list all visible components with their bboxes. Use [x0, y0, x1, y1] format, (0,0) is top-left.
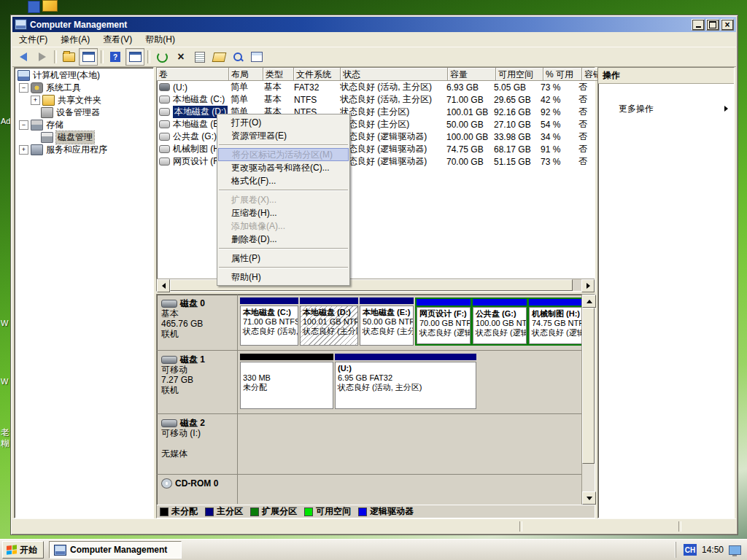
- col-volume[interactable]: 卷: [157, 68, 229, 81]
- taskbar-task-computer-management[interactable]: Computer Management: [49, 541, 182, 559]
- scroll-up-button[interactable]: [582, 295, 596, 308]
- col-filesystem[interactable]: 文件系统: [294, 68, 341, 81]
- vertical-scrollbar[interactable]: [581, 295, 595, 505]
- menu-view[interactable]: 查看(V): [96, 32, 139, 47]
- menu-item-help[interactable]: 帮助(H): [217, 271, 349, 284]
- disk-management-section-bar[interactable]: 磁盘管理: [598, 84, 734, 100]
- menu-item-explorer[interactable]: 资源管理器(E): [217, 129, 349, 142]
- collapse-section-icon[interactable]: [722, 90, 729, 94]
- tree-item-shared-folders[interactable]: 共享文件夹: [15, 94, 153, 106]
- scroll-right-button[interactable]: [581, 279, 595, 292]
- menu-help[interactable]: 帮助(H): [139, 32, 182, 47]
- menu-item-change-drive-letter[interactable]: 更改驱动器号和路径(C)...: [217, 161, 349, 174]
- primary-partition-bar: [300, 298, 358, 304]
- legend-free-space: 可用空间: [304, 505, 351, 518]
- app-icon: [15, 19, 27, 30]
- tree-item-disk-management[interactable]: 磁盘管理: [15, 131, 153, 144]
- refresh-button[interactable]: [153, 49, 171, 65]
- menu-item-open[interactable]: 打开(O): [217, 116, 349, 129]
- legend-unallocated: 未分配: [160, 505, 198, 518]
- clock[interactable]: 14:50: [702, 545, 724, 555]
- logical-drive-f[interactable]: 网页设计 (F:)70.00 GB NTFS状态良好 (逻辑驱动器): [417, 299, 471, 344]
- scroll-left-button[interactable]: [157, 279, 170, 292]
- delete-button[interactable]: [172, 49, 190, 65]
- volume-row-c[interactable]: 本地磁盘 (C:) 简单基本 NTFS状态良好 (活动, 主分区) 71.00 …: [157, 93, 595, 106]
- col-layout[interactable]: 布局: [229, 68, 263, 81]
- tree-item-services-applications[interactable]: 服务和应用程序: [15, 144, 153, 156]
- console-tree-toggle-button[interactable]: [79, 48, 98, 66]
- back-button[interactable]: [15, 49, 32, 65]
- col-free-space[interactable]: 可用空间: [496, 68, 543, 81]
- col-type[interactable]: 类型: [263, 68, 294, 81]
- maximize-button[interactable]: [706, 19, 719, 31]
- partition-c[interactable]: 本地磁盘 (C:)71.00 GB NTFS状态良好 (活动, 主分区): [240, 298, 298, 346]
- tree-item-system-tools[interactable]: 系统工具: [15, 82, 153, 94]
- menu-action[interactable]: 操作(A): [54, 32, 96, 47]
- cd-rom-icon: [161, 478, 172, 489]
- help-button[interactable]: [107, 49, 124, 65]
- primary-partition-bar: [240, 298, 298, 304]
- menu-item-delete-volume[interactable]: 删除卷(D)...: [217, 233, 349, 246]
- legend-chip: [205, 508, 214, 516]
- tree-item-computer-management[interactable]: 计算机管理(本地): [15, 69, 153, 82]
- title-bar[interactable]: Computer Management: [12, 17, 736, 32]
- windows-flag-icon: [7, 545, 17, 554]
- col-pct-free[interactable]: % 可用: [543, 68, 582, 81]
- partition-d-selected[interactable]: 本地磁盘 (D:)100.01 GB NTFS状态良好 (主分区): [300, 298, 358, 346]
- drive-icon: [159, 158, 170, 166]
- menu-item-extend-volume: 扩展卷(X)...: [217, 193, 349, 206]
- start-button[interactable]: 开始: [2, 541, 44, 559]
- forward-button[interactable]: [34, 49, 51, 65]
- partition-legend: 未分配 主分区 扩展分区 可用空间 逻辑驱动器: [157, 505, 595, 518]
- disk-1-label[interactable]: 磁盘 1 可移动 7.27 GB 联机: [157, 351, 238, 413]
- language-indicator[interactable]: CH: [684, 544, 697, 556]
- logical-drive-g[interactable]: 公共盘 (G:)100.00 GB NTFS状态良好 (逻辑驱动器): [473, 299, 527, 344]
- minimize-button[interactable]: [692, 19, 705, 31]
- scrollbar-thumb[interactable]: [582, 308, 595, 464]
- menu-item-shrink-volume[interactable]: 压缩卷(H)...: [217, 206, 349, 219]
- tree-item-storage[interactable]: 存储: [15, 119, 153, 131]
- disk-0-row: 磁盘 0 基本 465.76 GB 联机 本地磁盘 (C:)71.00 GB N…: [157, 295, 581, 351]
- cdrom-0-row: CD-ROM 0: [157, 475, 581, 504]
- unallocated-space[interactable]: 330 MB未分配: [240, 354, 333, 409]
- collapse-icon[interactable]: [19, 83, 28, 93]
- tools-icon: [31, 82, 43, 93]
- menu-file[interactable]: 文件(F): [12, 32, 54, 47]
- volume-row-u[interactable]: (U:) 简单基本 FAT32状态良好 (活动, 主分区) 6.93 GB5.0…: [157, 81, 595, 93]
- properties-icon: [195, 52, 205, 63]
- partition-e[interactable]: 本地磁盘 (E:)50.00 GB NTFS状态良好 (主分区): [360, 298, 414, 346]
- views-button[interactable]: [248, 49, 266, 65]
- action-pane-toggle-button[interactable]: [125, 48, 144, 66]
- storage-icon: [31, 120, 43, 131]
- tree-item-device-manager[interactable]: 设备管理器: [15, 106, 153, 119]
- expand-icon[interactable]: [31, 96, 40, 105]
- scroll-right-icon: [587, 283, 590, 289]
- removable-disk-icon: [161, 356, 177, 364]
- actions-pane: 操作 磁盘管理 更多操作: [597, 67, 735, 518]
- col-status[interactable]: 状态: [341, 68, 448, 81]
- col-capacity[interactable]: 容量: [448, 68, 496, 81]
- collapse-icon[interactable]: [19, 120, 28, 130]
- legend-chip: [304, 508, 313, 516]
- magnifier-icon: [233, 52, 242, 61]
- partition-u[interactable]: (U:)6.95 GB FAT32状态良好 (活动, 主分区): [335, 354, 476, 409]
- scroll-down-button[interactable]: [582, 491, 596, 505]
- logical-drive-h[interactable]: 机械制图 (H:)74.75 GB NTFS状态良好 (逻辑驱动器): [529, 299, 581, 344]
- menu-item-properties[interactable]: 属性(P): [217, 252, 349, 265]
- more-actions-item[interactable]: 更多操作: [598, 100, 734, 117]
- close-button[interactable]: [721, 19, 734, 31]
- menu-separator: [219, 190, 348, 191]
- properties-button[interactable]: [191, 49, 209, 65]
- extended-partition: 网页设计 (F:)70.00 GB NTFS状态良好 (逻辑驱动器) 公共盘 (…: [415, 298, 581, 346]
- network-tray-icon[interactable]: [729, 545, 741, 555]
- up-one-level-button[interactable]: [60, 49, 77, 65]
- disk-0-label[interactable]: 磁盘 0 基本 465.76 GB 联机: [157, 295, 238, 350]
- find-button[interactable]: [229, 49, 247, 65]
- open-button[interactable]: [210, 49, 228, 65]
- disk-2-label[interactable]: 磁盘 2 可移动 (I:) 无媒体: [157, 414, 238, 474]
- cdrom-0-label[interactable]: CD-ROM 0: [157, 475, 238, 504]
- menu-item-format[interactable]: 格式化(F)...: [217, 174, 349, 187]
- toolbar-separator: [101, 50, 104, 63]
- expand-icon[interactable]: [19, 145, 28, 155]
- actions-header: 操作: [598, 68, 734, 84]
